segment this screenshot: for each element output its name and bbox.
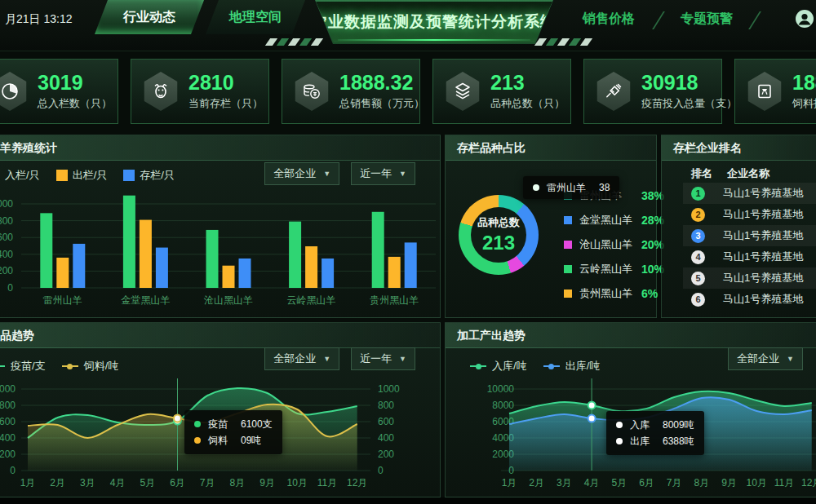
feed-bag-icon (754, 81, 775, 102)
tab-special-alert[interactable]: 专题预警 (681, 11, 733, 28)
panel-output-trend: 加工产出趋势 入库/吨出库/吨 全部企业▼ 020004000600080001… (445, 322, 816, 497)
svg-text:4月: 4月 (584, 477, 600, 489)
donut-legend-item[interactable]: 金堂黑山羊28% (564, 212, 664, 228)
donut-legend-item[interactable]: 云岭黑山羊10% (564, 261, 664, 277)
donut-center-label: 品种总数 (477, 215, 520, 230)
svg-text:9月: 9月 (259, 477, 275, 489)
tab-sales-price[interactable]: 销售价格 (583, 11, 635, 28)
filter-dropdown[interactable]: 全部企业▼ (264, 347, 339, 370)
svg-text:800: 800 (378, 400, 394, 411)
layers-icon (452, 81, 473, 102)
legend-swatch (564, 265, 572, 273)
table-row[interactable]: 3马山1号养殖基地 (683, 225, 816, 246)
company-name: 马山1号养殖基地 (723, 207, 803, 222)
donut-legend-item[interactable]: 沧山黑山羊20% (564, 237, 664, 253)
tooltip-label: 饲料 (208, 434, 228, 448)
legend-swatch (564, 241, 572, 249)
tab-label: 地理空间 (229, 9, 282, 26)
svg-text:400: 400 (0, 432, 16, 444)
column-company: 企业名称 (727, 166, 769, 181)
table-row[interactable]: 6马山1号养殖基地 (683, 289, 816, 310)
decorative-slashes (268, 38, 321, 46)
tab-geo-space[interactable]: 地理空间 (206, 0, 305, 34)
tooltip-value: 6100支 (241, 418, 273, 431)
table-row[interactable]: 1马山1号养殖基地 (683, 183, 816, 204)
dashboard: 月21日 13:12 行业动态 地理空间 农业数据监测及预警统计分析系统 销售价… (0, 0, 816, 504)
chart-tooltip: 入库8009吨出库6388吨 (606, 411, 704, 455)
donut-legend-item[interactable]: 贵州黑山羊6% (564, 285, 664, 302)
table-header: 排名 企业名称 (691, 166, 769, 181)
goat-icon (143, 72, 179, 111)
svg-text:3月: 3月 (80, 477, 95, 489)
rank-badge: 1 (691, 187, 705, 201)
svg-text:0: 0 (10, 465, 16, 476)
dropdown-value: 近一年 (360, 166, 392, 181)
svg-text:8月: 8月 (694, 477, 710, 489)
legend-item[interactable]: 存栏/只 (123, 168, 175, 183)
nav-separator (652, 11, 665, 29)
svg-text:200: 200 (378, 449, 394, 460)
filter-dropdown[interactable]: 近一年▼ (351, 162, 415, 185)
tab-industry-news[interactable]: 行业动态 (95, 0, 204, 34)
svg-text:12月: 12月 (347, 477, 367, 489)
tab-label: 行业动态 (123, 9, 175, 26)
user-avatar-icon[interactable] (795, 9, 814, 29)
legend-item[interactable]: 入栏/只 (0, 168, 40, 183)
svg-text:5月: 5月 (140, 477, 155, 489)
kpi-info: 213品种总数（只） (490, 72, 565, 111)
svg-text:10月: 10月 (287, 477, 308, 489)
donut-legend: 雷州山羊38%金堂黑山羊28%沧山黑山羊20%云岭黑山羊10%贵州黑山羊6% (564, 188, 664, 310)
kpi-value: 3019 (38, 72, 112, 93)
table-row[interactable]: 5马山1号养殖基地 (683, 267, 816, 289)
legend-line-marker (0, 365, 5, 367)
legend-percent: 6% (641, 287, 658, 300)
tooltip-label: 雷州山羊 (547, 181, 586, 195)
svg-text:10月: 10月 (747, 477, 767, 489)
svg-text:6月: 6月 (639, 477, 654, 489)
svg-text:800: 800 (0, 215, 13, 227)
breeding-bar-chart: 02004006008001000雷州山羊金堂黑山羊沧山黑山羊云岭黑山羊贵州黑山… (0, 188, 441, 312)
svg-text:1月: 1月 (20, 477, 36, 489)
svg-text:3月: 3月 (557, 477, 572, 489)
donut-center-value: 213 (482, 232, 515, 254)
panel-title: 羊养殖统计 (0, 135, 440, 161)
legend-item[interactable]: 出栏/只 (56, 168, 108, 183)
coins-icon (294, 72, 330, 111)
svg-text:1000: 1000 (378, 383, 400, 395)
svg-text:2月: 2月 (50, 477, 65, 489)
panel-inputs-trend: 品趋势 疫苗/支饲料/吨 全部企业▼近一年▼ 00200200400400600… (0, 322, 441, 497)
top-nav: 月21日 13:12 行业动态 地理空间 农业数据监测及预警统计分析系统 销售价… (0, 0, 816, 51)
donut-center: 品种总数 213 (459, 195, 539, 275)
legend-label: 云岭黑山羊 (579, 262, 641, 276)
svg-text:云岭黑山羊: 云岭黑山羊 (287, 294, 336, 306)
tooltip-value: 6388吨 (663, 435, 694, 449)
column-rank: 排名 (691, 166, 727, 181)
feed-bag-icon (747, 72, 783, 111)
filter-dropdown[interactable]: 全部企业▼ (264, 162, 339, 185)
table-row[interactable]: 4马山1号养殖基地 (683, 246, 816, 267)
svg-text:7月: 7月 (667, 477, 682, 489)
legend-line-marker (470, 365, 486, 367)
panel-title: 品趋势 (0, 323, 440, 348)
legend-dot (476, 364, 481, 369)
legend-swatch (564, 216, 572, 224)
tooltip-row: 雷州山羊38 (533, 179, 610, 196)
svg-text:12月: 12月 (801, 477, 816, 489)
dropdown-value: 全部企业 (273, 351, 316, 366)
panel-company-ranking: 存栏企业排名 排名 企业名称 1马山1号养殖基地2马山1号养殖基地3马山1号养殖… (661, 135, 816, 318)
bottom-strip (0, 497, 816, 504)
filter-dropdown[interactable]: 近一年▼ (351, 347, 415, 370)
kpi-value: 1888.32 (339, 72, 424, 93)
svg-text:9月: 9月 (721, 477, 737, 489)
tooltip-value: 09吨 (241, 434, 261, 448)
kpi-info: 30918疫苗投入总量（支） (641, 72, 737, 111)
caret-down-icon: ▼ (323, 170, 330, 178)
company-name: 马山1号养殖基地 (723, 271, 803, 285)
filter-dropdown[interactable]: 全部企业▼ (728, 347, 803, 370)
kpi-card: 3019总入栏数（只） (0, 59, 118, 124)
table-row[interactable]: 2马山1号养殖基地 (683, 204, 816, 225)
svg-text:沧山黑山羊: 沧山黑山羊 (203, 294, 253, 306)
app-title-block: 农业数据监测及预警统计分析系统 (287, 0, 581, 44)
tooltip-label: 入库 (630, 418, 650, 432)
kpi-card: 30918疫苗投入总量（支） (583, 59, 722, 124)
